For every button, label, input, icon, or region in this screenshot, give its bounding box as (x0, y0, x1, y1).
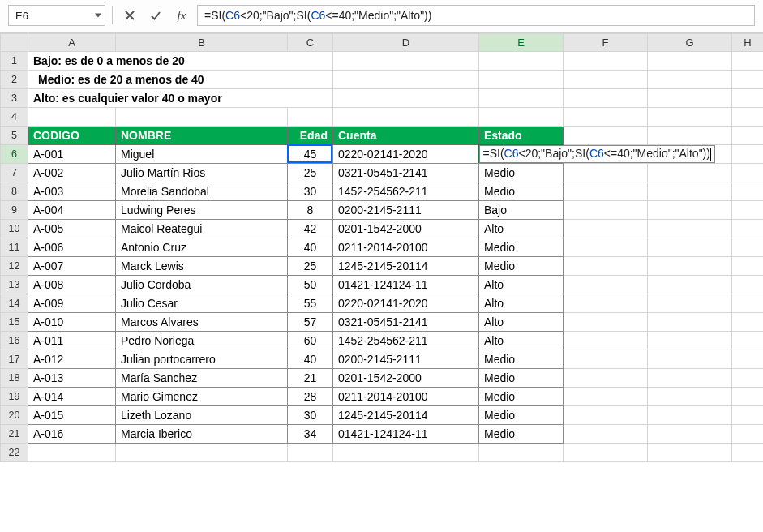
cell-empty[interactable] (564, 425, 648, 444)
th-nombre[interactable]: NOMBRE (116, 127, 288, 145)
cell-nombre[interactable]: Julio Martín Rios (116, 164, 288, 182)
cell-empty[interactable] (564, 201, 648, 220)
cell-nombre[interactable]: Marck Lewis (116, 257, 288, 276)
cell-empty[interactable] (564, 444, 648, 462)
cell-nombre[interactable]: Pedro Noriega (116, 332, 288, 350)
cell-empty[interactable] (648, 406, 732, 425)
th-estado[interactable]: Estado (479, 127, 564, 145)
cell-empty[interactable] (648, 164, 732, 182)
cell-empty[interactable] (564, 294, 648, 313)
cell-edad[interactable]: 28 (288, 388, 333, 406)
cell-cuenta[interactable]: 0211-2014-20100 (333, 388, 479, 406)
cell-edad[interactable]: 57 (288, 313, 333, 332)
cell-nombre[interactable]: Miguel (116, 145, 288, 164)
row-header[interactable]: 4 (1, 108, 28, 127)
row-header[interactable]: 18 (1, 369, 28, 388)
cell-codigo[interactable]: A-004 (28, 201, 116, 220)
cell-empty[interactable] (732, 369, 764, 388)
cell-cuenta[interactable]: 01421-124124-11 (333, 425, 479, 444)
cell-empty[interactable] (648, 313, 732, 332)
cancel-icon[interactable] (119, 5, 140, 26)
cell-empty[interactable] (564, 332, 648, 350)
grid[interactable]: A B C D E F G H 1 Bajo: es de 0 a menos … (0, 33, 763, 462)
name-box[interactable]: E6 (8, 5, 105, 26)
cell-edad[interactable]: 60 (288, 332, 333, 350)
cell-estado[interactable]: Medio (479, 182, 564, 201)
cell-cuenta[interactable]: 01421-124124-11 (333, 276, 479, 294)
cell-empty[interactable] (116, 444, 288, 462)
cell-codigo[interactable]: A-014 (28, 388, 116, 406)
enter-icon[interactable] (145, 5, 166, 26)
cell-codigo[interactable]: A-010 (28, 313, 116, 332)
cell-nombre[interactable]: Julian portocarrero (116, 350, 288, 369)
cell-estado[interactable]: Alto (479, 276, 564, 294)
row-header[interactable]: 22 (1, 444, 28, 462)
cell-codigo[interactable]: A-009 (28, 294, 116, 313)
cell-empty[interactable] (732, 444, 764, 462)
cell-empty[interactable] (564, 182, 648, 201)
cell-empty[interactable] (732, 238, 764, 257)
cell-codigo[interactable]: A-015 (28, 406, 116, 425)
cell-codigo[interactable]: A-001 (28, 145, 116, 164)
cell-estado[interactable]: Alto (479, 220, 564, 238)
cell-edad[interactable]: 8 (288, 201, 333, 220)
cell-nombre[interactable]: Julio Cordoba (116, 276, 288, 294)
cell-codigo[interactable]: A-012 (28, 350, 116, 369)
cell-edad[interactable]: 25 (288, 257, 333, 276)
cell-edad[interactable]: 34 (288, 425, 333, 444)
cell-empty[interactable] (732, 276, 764, 294)
cell-empty[interactable] (648, 332, 732, 350)
cell-nombre[interactable]: Julio Cesar (116, 294, 288, 313)
cell-edad[interactable]: 45 (288, 145, 333, 164)
cell-edad[interactable]: 50 (288, 276, 333, 294)
fx-icon[interactable]: fx (171, 5, 192, 26)
col-header-D[interactable]: D (333, 34, 479, 52)
cell-nombre[interactable]: María Sanchez (116, 369, 288, 388)
cell-estado[interactable]: Medio (479, 257, 564, 276)
cell-empty[interactable] (732, 257, 764, 276)
cell-empty[interactable] (564, 369, 648, 388)
cell-codigo[interactable]: A-013 (28, 369, 116, 388)
cell-cuenta[interactable]: 0200-2145-2111 (333, 350, 479, 369)
note-medio[interactable]: Medio: es de 20 a menos de 40 (28, 71, 333, 89)
row-header[interactable]: 10 (1, 220, 28, 238)
cell-nombre[interactable]: Marcos Alvares (116, 313, 288, 332)
cell-empty[interactable] (333, 444, 479, 462)
cell-empty[interactable] (732, 294, 764, 313)
cell-edad[interactable]: 40 (288, 350, 333, 369)
cell-estado[interactable]: Alto (479, 313, 564, 332)
row-header[interactable]: 12 (1, 257, 28, 276)
col-header-A[interactable]: A (28, 34, 116, 52)
cell-empty[interactable] (732, 201, 764, 220)
cell-estado[interactable]: Medio (479, 350, 564, 369)
cell-empty[interactable] (732, 220, 764, 238)
cell-empty[interactable] (564, 220, 648, 238)
cell-nombre[interactable]: Ludwing Peres (116, 201, 288, 220)
cell-empty[interactable] (564, 164, 648, 182)
th-codigo[interactable]: CODIGO (28, 127, 116, 145)
row-header[interactable]: 19 (1, 388, 28, 406)
cell-empty[interactable] (479, 444, 564, 462)
cell-nombre[interactable]: Mario Gimenez (116, 388, 288, 406)
cell-empty[interactable] (648, 220, 732, 238)
formula-input[interactable]: =SI(C6<20;"Bajo";SI(C6<=40;"Medio";"Alto… (197, 5, 755, 26)
cell-empty[interactable] (564, 388, 648, 406)
cell-estado[interactable]: Medio (479, 369, 564, 388)
cell-empty[interactable] (564, 406, 648, 425)
cell-estado[interactable]: Medio (479, 164, 564, 182)
row-header[interactable]: 14 (1, 294, 28, 313)
cell-estado[interactable]: Alto (479, 332, 564, 350)
note-alto[interactable]: Alto: es cualquier valor 40 o mayor (28, 89, 333, 108)
cell-codigo[interactable]: A-016 (28, 425, 116, 444)
cell-empty[interactable] (648, 201, 732, 220)
cell-empty[interactable] (648, 257, 732, 276)
cell-cuenta[interactable]: 0220-02141-2020 (333, 145, 479, 164)
cell-edad[interactable]: 55 (288, 294, 333, 313)
cell-empty[interactable] (648, 444, 732, 462)
cell-edad[interactable]: 30 (288, 406, 333, 425)
cell-cuenta[interactable]: 0200-2145-2111 (333, 201, 479, 220)
cell-edad[interactable]: 21 (288, 369, 333, 388)
cell-cuenta[interactable]: 1452-254562-211 (333, 182, 479, 201)
cell-empty[interactable] (732, 182, 764, 201)
row-header[interactable]: 9 (1, 201, 28, 220)
